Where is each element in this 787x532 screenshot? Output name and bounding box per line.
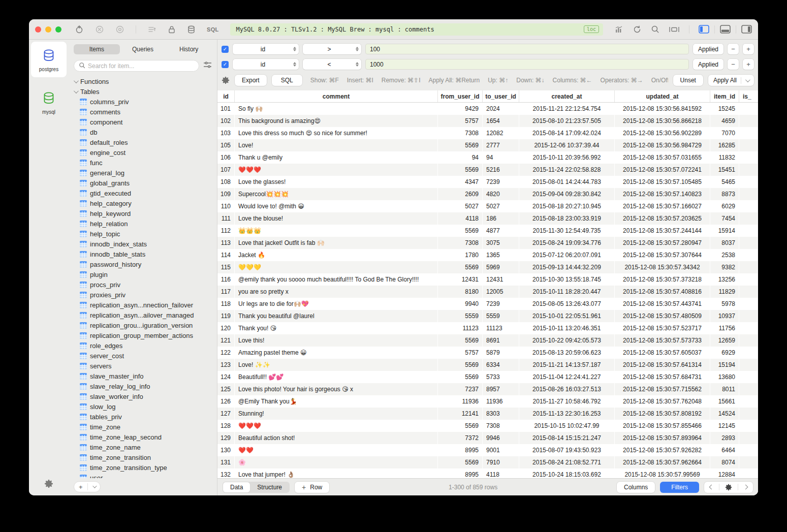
- cell-id[interactable]: 105: [217, 139, 235, 151]
- table-item[interactable]: global_grants: [73, 178, 217, 188]
- cell-id[interactable]: 110: [217, 200, 235, 212]
- table-item[interactable]: time_zone: [73, 422, 217, 432]
- table-item[interactable]: tables_priv: [73, 412, 217, 422]
- cell-item_id[interactable]: 9382: [710, 261, 739, 273]
- cell-is_[interactable]: [739, 310, 758, 322]
- table-row[interactable]: 113Love that jacket! Outfit is fab 🙌🏻730…: [217, 237, 758, 249]
- cell-updated_at[interactable]: 2015-12-08 15:30:57.605037: [615, 347, 710, 359]
- cell-comment[interactable]: Love that jacket! Outfit is fab 🙌🏻: [235, 237, 438, 249]
- cell-id[interactable]: 125: [217, 383, 235, 395]
- cell-id[interactable]: 113: [217, 237, 235, 249]
- cell-updated_at[interactable]: 2015-12-08 15:30:57.715562: [615, 383, 710, 395]
- cell-is_[interactable]: [739, 188, 758, 200]
- cell-id[interactable]: 127: [217, 408, 235, 420]
- cell-to_user_id[interactable]: 11936: [483, 395, 519, 408]
- settings-gear-icon[interactable]: [44, 479, 53, 490]
- cell-to_user_id[interactable]: 4820: [483, 188, 519, 200]
- cell-item_id[interactable]: 12884: [710, 468, 739, 478]
- cell-created_at[interactable]: 2015-11-13 22:30:16.253: [519, 408, 615, 420]
- table-item[interactable]: time_zone_leap_second: [73, 432, 217, 442]
- sidebar-search[interactable]: [74, 60, 199, 72]
- cell-updated_at[interactable]: 2015-12-08 15:30:57.408816: [615, 286, 710, 298]
- cell-created_at[interactable]: 2015-11-21 14:13:57.187: [519, 359, 615, 371]
- cell-item_id[interactable]: 2538: [710, 249, 739, 261]
- cell-to_user_id[interactable]: 7239: [483, 176, 519, 188]
- cell-updated_at[interactable]: 2015-12-08 15:30:57.373218: [615, 273, 710, 286]
- remove-filter-button[interactable]: −: [728, 59, 739, 70]
- tab-history[interactable]: History: [166, 44, 212, 54]
- columns-button[interactable]: Columns: [617, 482, 655, 493]
- cell-from_user_id[interactable]: 11936: [438, 395, 483, 408]
- cell-item_id[interactable]: 15451: [710, 164, 739, 176]
- table-item[interactable]: help_topic: [73, 229, 217, 239]
- table-item[interactable]: server_cost: [73, 351, 217, 361]
- tab-data[interactable]: Data: [223, 482, 250, 492]
- cell-is_[interactable]: [739, 225, 758, 237]
- export-button[interactable]: Export: [235, 75, 267, 86]
- cell-comment[interactable]: Beautifull!! 💕💕: [235, 371, 438, 383]
- cell-is_[interactable]: [739, 200, 758, 212]
- cell-is_[interactable]: [739, 371, 758, 383]
- cell-is_[interactable]: [739, 347, 758, 359]
- previous-page-button[interactable]: [704, 482, 719, 493]
- cell-id[interactable]: 129: [217, 432, 235, 444]
- cell-to_user_id[interactable]: 9001: [483, 444, 519, 456]
- toggle-right-panel-icon[interactable]: [741, 25, 752, 34]
- cell-id[interactable]: 118: [217, 298, 235, 310]
- table-row[interactable]: 110Would love to! @mith 😁502750272015-08…: [217, 200, 758, 212]
- cell-updated_at[interactable]: 2015-12-08 15:30:57.523717: [615, 322, 710, 334]
- table-row[interactable]: 111Love the blouse!41181862015-08-18 23:…: [217, 212, 758, 225]
- cell-is_[interactable]: [739, 359, 758, 371]
- cell-updated_at[interactable]: 2015-12-08 15:30:57.031655: [615, 151, 710, 164]
- column-header-item_id[interactable]: item_id: [710, 90, 739, 102]
- cell-created_at[interactable]: 2015-08-05 13:26:43.077: [519, 298, 615, 310]
- cell-to_user_id[interactable]: 12005: [483, 286, 519, 298]
- filter-value-input[interactable]: [365, 44, 689, 54]
- cell-created_at[interactable]: 2015-08-14 17:09:42.024: [519, 127, 615, 139]
- cell-id[interactable]: 120: [217, 322, 235, 334]
- cell-item_id[interactable]: 16285: [710, 139, 739, 151]
- cell-created_at[interactable]: 2015-09-13 14:44:32.209: [519, 261, 615, 273]
- fit-width-icon[interactable]: [669, 25, 680, 34]
- cell-created_at[interactable]: 2015-08-24 19:09:34.776: [519, 237, 615, 249]
- cell-item_id[interactable]: 7070: [710, 127, 739, 139]
- cell-item_id[interactable]: 13680: [710, 371, 739, 383]
- cell-id[interactable]: 112: [217, 225, 235, 237]
- cell-from_user_id[interactable]: 5757: [438, 347, 483, 359]
- toggle-bottom-panel-icon[interactable]: [720, 25, 731, 34]
- cell-comment[interactable]: @emily thank you soooo much beautiful!!!…: [235, 273, 438, 286]
- cell-from_user_id[interactable]: 94: [438, 151, 483, 164]
- cell-id[interactable]: 102: [217, 115, 235, 127]
- filter-column-select[interactable]: id: [233, 59, 299, 70]
- column-header-id[interactable]: id: [217, 90, 235, 102]
- cell-created_at[interactable]: 2015-07-12 06:20:07.091: [519, 249, 615, 261]
- cell-id[interactable]: 117: [217, 286, 235, 298]
- cell-id[interactable]: 131: [217, 456, 235, 468]
- table-item[interactable]: help_category: [73, 198, 217, 208]
- cell-is_[interactable]: [739, 444, 758, 456]
- cell-comment[interactable]: Love this photo! Your hair is gorgeous 😘…: [235, 383, 438, 395]
- cell-comment[interactable]: Supercool💥💥💥: [235, 188, 438, 200]
- cell-to_user_id[interactable]: 12431: [483, 273, 519, 286]
- cell-is_[interactable]: [739, 383, 758, 395]
- cell-id[interactable]: 124: [217, 371, 235, 383]
- zoom-window-button[interactable]: [55, 26, 61, 33]
- cell-from_user_id[interactable]: 5569: [438, 225, 483, 237]
- cell-comment[interactable]: Love this dress so much 😍 so nice for su…: [235, 127, 438, 139]
- cell-item_id[interactable]: 11756: [710, 322, 739, 334]
- tab-queries[interactable]: Queries: [120, 44, 166, 54]
- cell-is_[interactable]: [739, 334, 758, 347]
- filter-applied-button[interactable]: Applied: [693, 59, 723, 70]
- add-item-button[interactable]: +: [74, 482, 87, 492]
- cell-is_[interactable]: [739, 261, 758, 273]
- cell-created_at[interactable]: 2015-10-11 13:20:46.351: [519, 322, 615, 334]
- cell-created_at[interactable]: 2015-11-30 12:54:49.735: [519, 225, 615, 237]
- tree-section-functions[interactable]: Functions: [73, 76, 217, 86]
- table-item[interactable]: help_relation: [73, 218, 217, 229]
- cell-is_[interactable]: [739, 164, 758, 176]
- cell-comment[interactable]: ❤️❤️: [235, 444, 438, 456]
- cell-created_at[interactable]: 2015-09-04 09:28:30.842: [519, 188, 615, 200]
- connection-mysql[interactable]: mysql: [31, 84, 67, 120]
- table-row[interactable]: 122Amazing pastel theme 😀575758792015-08…: [217, 347, 758, 359]
- column-header-updated_at[interactable]: updated_at: [615, 90, 710, 102]
